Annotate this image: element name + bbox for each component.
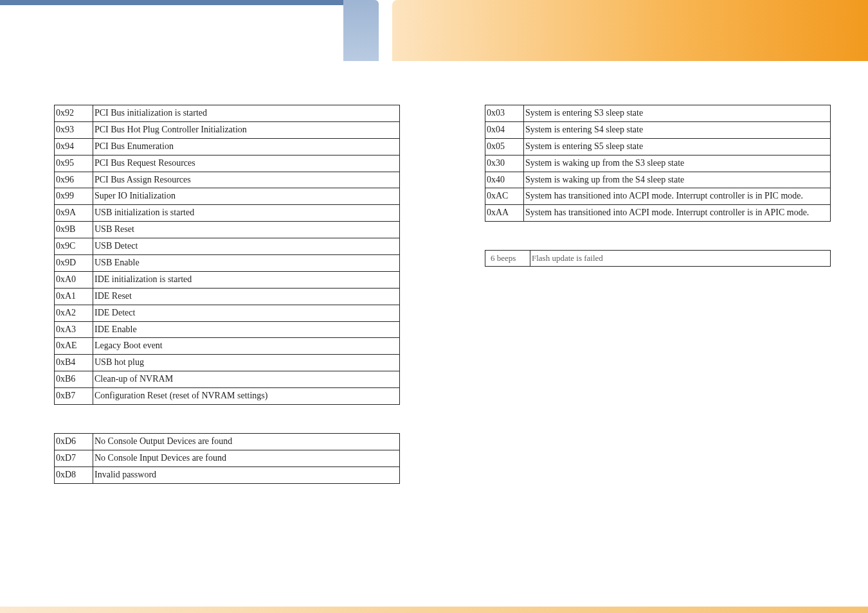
table-row: 0x40System is waking up from the S4 slee… [485,172,831,188]
desc-cell: IDE Reset [93,288,400,305]
table-row: 0xAELegacy Boot event [55,338,400,355]
desc-cell: Super IO Initialization [93,188,400,205]
table-row: 6 beepsFlash update is failed [485,251,831,267]
code-cell: 0xB7 [55,388,93,405]
header-blue-tab [343,0,379,61]
code-cell: 0xD8 [55,466,93,483]
code-cell: 0xD6 [55,434,93,450]
table-row: 0xB4USB hot plug [55,355,400,371]
desc-cell: System has transitioned into ACPI mode. … [524,188,831,205]
desc-cell: No Console Output Devices are found [93,434,400,450]
table-row: 0xA2IDE Detect [55,305,400,321]
desc-cell: System has transitioned into ACPI mode. … [524,205,831,222]
table-right-top: 0x03System is entering S3 sleep state0x0… [485,105,831,222]
code-cell: 0x99 [55,188,93,205]
desc-cell: IDE initialization is started [93,271,400,288]
desc-cell: System is entering S4 sleep state [524,121,831,138]
page-footer [0,594,868,613]
table-row: 0xA1IDE Reset [55,288,400,305]
page-content: 0x92PCI Bus initialization is started0x9… [0,61,868,594]
table-row: 0x9DUSB Enable [55,255,400,272]
code-cell: 0x92 [55,105,93,122]
table-row: 0x9CUSB Detect [55,238,400,255]
code-cell: 0x95 [55,155,93,172]
desc-cell: System is waking up from the S3 sleep st… [524,155,831,172]
code-cell: 6 beeps [485,251,530,267]
desc-cell: Configuration Reset (reset of NVRAM sett… [93,388,400,405]
code-cell: 0x93 [55,121,93,138]
table-row: 0x94PCI Bus Enumeration [55,138,400,155]
desc-cell: USB Reset [93,222,400,238]
desc-cell: IDE Detect [93,305,400,321]
desc-cell: System is entering S3 sleep state [524,105,831,122]
table-row: 0x95PCI Bus Request Resources [55,155,400,172]
code-cell: 0xB4 [55,355,93,371]
desc-cell: Invalid password [93,466,400,483]
desc-cell: USB Enable [93,255,400,272]
code-cell: 0xA2 [55,305,93,321]
desc-cell: USB hot plug [93,355,400,371]
table-left-top: 0x92PCI Bus initialization is started0x9… [54,105,400,405]
table-row: 0x9AUSB initialization is started [55,205,400,222]
desc-cell: Clean-up of NVRAM [93,371,400,388]
table-row: 0xB6Clean-up of NVRAM [55,371,400,388]
code-cell: 0x96 [55,172,93,188]
table-row: 0xD8Invalid password [55,466,400,483]
code-cell: 0x9B [55,222,93,238]
desc-cell: System is entering S5 sleep state [524,138,831,155]
desc-cell: PCI Bus Assign Resources [93,172,400,188]
code-cell: 0x9A [55,205,93,222]
desc-cell: IDE Enable [93,321,400,338]
code-cell: 0xA0 [55,271,93,288]
table-row: 0x04System is entering S4 sleep state [485,121,831,138]
code-cell: 0x30 [485,155,524,172]
table-beep: 6 beepsFlash update is failed [485,250,831,267]
code-cell: 0x9C [55,238,93,255]
right-column: 0x03System is entering S3 sleep state0x0… [439,61,868,594]
code-cell: 0xD7 [55,450,93,466]
code-cell: 0xA1 [55,288,93,305]
desc-cell: Flash update is failed [530,251,831,267]
desc-cell: Legacy Boot event [93,338,400,355]
table-row: 0x9BUSB Reset [55,222,400,238]
code-cell: 0x94 [55,138,93,155]
table-row: 0x99Super IO Initialization [55,188,400,205]
table-row: 0x03System is entering S3 sleep state [485,105,831,122]
table-row: 0xA0IDE initialization is started [55,271,400,288]
table-row: 0x96PCI Bus Assign Resources [55,172,400,188]
table-row: 0xAASystem has transitioned into ACPI mo… [485,205,831,222]
code-cell: 0x04 [485,121,524,138]
page-header [0,0,868,61]
table-row: 0xD6No Console Output Devices are found [55,434,400,450]
code-cell: 0xA3 [55,321,93,338]
desc-cell: PCI Bus Enumeration [93,138,400,155]
code-cell: 0x9D [55,255,93,272]
table-left-bottom: 0xD6No Console Output Devices are found0… [54,433,400,484]
code-cell: 0xAE [55,338,93,355]
header-orange-panel [392,0,868,61]
desc-cell: PCI Bus Hot Plug Controller Initializati… [93,121,400,138]
desc-cell: PCI Bus Request Resources [93,155,400,172]
desc-cell: USB Detect [93,238,400,255]
table-row: 0xB7Configuration Reset (reset of NVRAM … [55,388,400,405]
table-row: 0xA3IDE Enable [55,321,400,338]
table-row: 0xACSystem has transitioned into ACPI mo… [485,188,831,205]
desc-cell: PCI Bus initialization is started [93,105,400,122]
table-row: 0x92PCI Bus initialization is started [55,105,400,122]
code-cell: 0xAC [485,188,524,205]
table-row: 0x05System is entering S5 sleep state [485,138,831,155]
table-row: 0x93PCI Bus Hot Plug Controller Initiali… [55,121,400,138]
code-cell: 0x40 [485,172,524,188]
header-blue-bar [0,0,343,5]
desc-cell: USB initialization is started [93,205,400,222]
code-cell: 0x03 [485,105,524,122]
footer-orange-bar [0,607,868,613]
left-column: 0x92PCI Bus initialization is started0x9… [0,61,439,594]
desc-cell: System is waking up from the S4 sleep st… [524,172,831,188]
code-cell: 0x05 [485,138,524,155]
table-row: 0xD7No Console Input Devices are found [55,450,400,466]
code-cell: 0xB6 [55,371,93,388]
desc-cell: No Console Input Devices are found [93,450,400,466]
code-cell: 0xAA [485,205,524,222]
table-row: 0x30System is waking up from the S3 slee… [485,155,831,172]
